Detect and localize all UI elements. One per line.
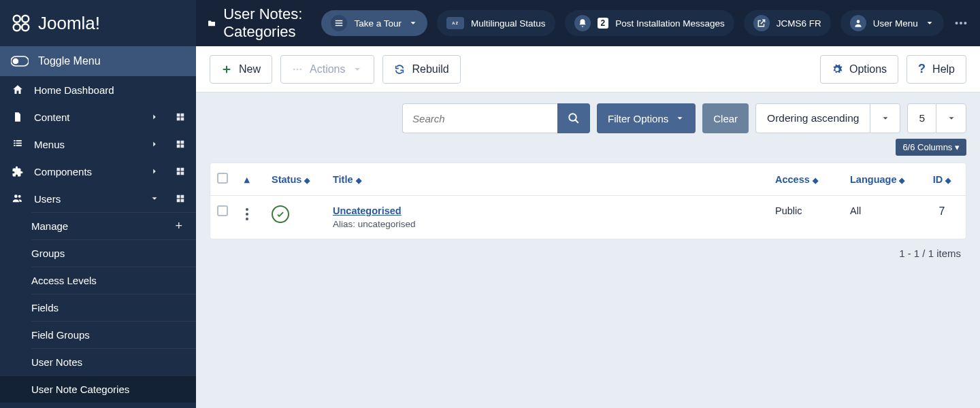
sidebar-item-label: User Note Categories	[31, 384, 129, 395]
chevron-down-icon	[150, 194, 159, 203]
sidebar-sub-fields[interactable]: Fields	[31, 294, 196, 321]
limit-select[interactable]: 5	[907, 103, 966, 133]
gear-icon	[832, 64, 843, 75]
plus-icon	[221, 64, 232, 75]
chevron-down-icon	[936, 104, 966, 133]
pill-label: Take a Tour	[354, 18, 402, 29]
sidebar-item-users[interactable]: Users	[0, 185, 196, 212]
svg-point-38	[299, 68, 301, 70]
home-icon	[11, 84, 24, 96]
pill-label: Post Installation Messages	[615, 18, 725, 29]
sidebar-item-components[interactable]: Components	[0, 158, 196, 185]
columns-toggle-button[interactable]: 6/6 Columns ▾	[896, 139, 966, 156]
sidebar-item-label: Access Levels	[31, 275, 97, 286]
button-label: Actions	[310, 63, 345, 75]
sidebar-item-menus[interactable]: Menus	[0, 131, 196, 158]
header-label: Title	[333, 174, 353, 185]
brand-logo[interactable]: Joomla!	[0, 0, 196, 46]
svg-rect-10	[14, 140, 15, 141]
sort-icon: ◆	[813, 176, 818, 184]
ellipsis-icon	[953, 16, 968, 31]
title-header[interactable]: Title◆	[326, 163, 768, 196]
svg-point-2	[14, 24, 20, 31]
users-icon	[11, 193, 24, 204]
multilingual-button[interactable]: AZ Multilingual Status	[437, 10, 555, 36]
sidebar-item-label: Fields	[31, 302, 59, 313]
sidebar-item-home[interactable]: Home Dashboard	[0, 76, 196, 103]
search-button[interactable]	[557, 103, 590, 133]
bell-icon	[574, 15, 591, 31]
actions-button[interactable]: Actions	[280, 55, 374, 84]
sort-select[interactable]: Ordering ascending	[755, 103, 900, 133]
notification-count: 2	[598, 18, 609, 29]
status-header[interactable]: Status◆	[265, 163, 326, 196]
access-header[interactable]: Access◆	[768, 163, 843, 196]
sidebar-sub-access[interactable]: Access Levels	[31, 267, 196, 294]
sidebar-item-label: Home Dashboard	[34, 84, 185, 96]
svg-rect-13	[16, 143, 22, 144]
id-header[interactable]: ID◆	[918, 163, 966, 196]
sidebar-item-content[interactable]: Content	[0, 103, 196, 131]
chevron-down-icon	[352, 64, 363, 75]
plus-icon[interactable]: +	[175, 219, 182, 233]
sidebar-sub-groups[interactable]: Groups	[31, 239, 196, 267]
rebuild-button[interactable]: Rebuild	[382, 55, 460, 84]
svg-rect-16	[177, 141, 180, 144]
svg-rect-27	[181, 195, 184, 199]
toggle-icon	[11, 56, 29, 67]
new-button[interactable]: New	[210, 55, 272, 84]
grid-icon[interactable]	[176, 194, 185, 203]
chevron-right-icon	[150, 167, 159, 176]
file-icon	[11, 111, 24, 123]
user-menu-button[interactable]: User Menu	[840, 10, 944, 36]
clear-button[interactable]: Clear	[702, 103, 749, 133]
caret-down-icon: ▾	[955, 142, 960, 152]
pagination-info: 1 - 1 / 1 items	[196, 245, 980, 273]
search-group	[402, 103, 590, 133]
svg-point-5	[13, 58, 19, 65]
help-button[interactable]: ? Help	[906, 55, 966, 84]
sidebar-submenu-users: Manage + Groups Access Levels Fields Fie…	[0, 212, 196, 403]
svg-point-3	[22, 24, 29, 31]
post-install-button[interactable]: 2 Post Installation Messages	[565, 10, 734, 36]
ordering-header[interactable]: ▴	[238, 163, 265, 196]
svg-point-25	[18, 195, 21, 198]
page-title-text: User Notes: Categories	[223, 5, 302, 41]
svg-rect-18	[177, 145, 180, 148]
svg-rect-22	[177, 172, 180, 175]
grid-icon[interactable]	[176, 139, 185, 149]
search-input[interactable]	[402, 103, 557, 133]
take-tour-button[interactable]: Take a Tour	[321, 10, 427, 36]
checkbox[interactable]	[217, 173, 228, 184]
row-actions-button[interactable]	[244, 205, 258, 223]
toggle-menu-button[interactable]: Toggle Menu	[0, 46, 196, 76]
puzzle-icon	[11, 165, 24, 177]
main-area: User Notes: Categories Take a Tour AZ Mu…	[196, 0, 980, 408]
grid-icon[interactable]	[176, 112, 185, 122]
status-published-icon[interactable]	[272, 205, 289, 223]
svg-rect-6	[177, 114, 180, 117]
grid-icon[interactable]	[176, 167, 185, 176]
svg-point-34	[960, 22, 962, 24]
svg-point-33	[955, 22, 958, 24]
language-header[interactable]: Language◆	[843, 163, 918, 196]
filter-options-button[interactable]: Filter Options	[597, 103, 696, 133]
sidebar-sub-usernote-categories[interactable]: User Note Categories	[0, 375, 196, 403]
more-button[interactable]	[953, 10, 968, 36]
row-title-link[interactable]: Uncategorised	[333, 205, 402, 216]
sidebar-sub-manage[interactable]: Manage +	[31, 212, 196, 239]
button-label: 6/6 Columns	[902, 142, 952, 152]
search-icon	[568, 112, 580, 124]
sidebar-sub-fieldgroups[interactable]: Field Groups	[31, 321, 196, 348]
svg-rect-7	[181, 114, 184, 117]
options-button[interactable]: Options	[820, 55, 898, 84]
select-all-header[interactable]	[210, 163, 238, 196]
site-link-button[interactable]: JCMS6 FR	[744, 10, 831, 36]
pill-label: Multilingual Status	[471, 18, 546, 29]
row-checkbox[interactable]	[217, 205, 228, 216]
svg-rect-9	[181, 118, 184, 121]
button-label: Options	[849, 63, 887, 75]
brand-text: Joomla!	[38, 13, 100, 34]
svg-rect-21	[181, 168, 184, 171]
sidebar-sub-usernotes[interactable]: User Notes	[31, 348, 196, 375]
